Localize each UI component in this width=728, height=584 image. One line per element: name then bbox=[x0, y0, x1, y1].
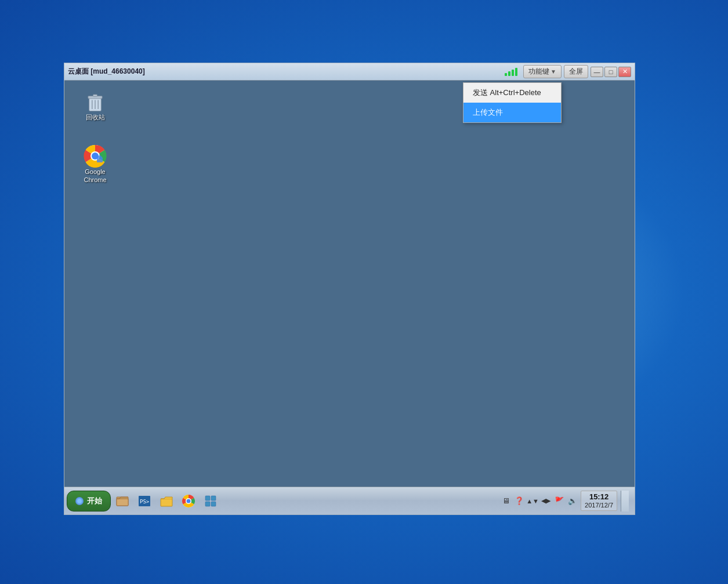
tray-icon-network[interactable]: ▲▼ bbox=[527, 495, 538, 507]
remote-desktop[interactable]: 回收站 GoogleChrome bbox=[64, 81, 635, 487]
recycle-bin-icon bbox=[84, 91, 106, 113]
recycle-bin-label: 回收站 bbox=[86, 113, 105, 121]
svg-rect-9 bbox=[97, 158, 103, 162]
desktop-icon-recycle-bin[interactable]: 回收站 bbox=[75, 91, 115, 121]
file-manager-icon bbox=[115, 494, 129, 508]
tray-icon-arrows[interactable]: ◀▶ bbox=[540, 495, 552, 507]
signal-bar-1 bbox=[505, 73, 507, 76]
taskbar-chrome-icon bbox=[182, 494, 195, 508]
close-button[interactable]: ✕ bbox=[618, 67, 631, 77]
svg-rect-20 bbox=[211, 496, 216, 500]
desktop-icon-chrome[interactable]: GoogleChrome bbox=[75, 144, 115, 184]
clock-area[interactable]: 15:12 2017/12/7 bbox=[581, 491, 617, 511]
taskbar-icon-chrome[interactable] bbox=[178, 491, 199, 512]
title-bar: 云桌面 [mud_46630040] 功能键 ▼ 发送 Alt+Ctrl+Del… bbox=[64, 63, 635, 81]
func-key-dropdown: 发送 Alt+Ctrl+Delete 上传文件 bbox=[463, 82, 562, 123]
taskbar: 开始 PS> bbox=[64, 487, 635, 514]
func-key-button[interactable]: 功能键 ▼ bbox=[523, 65, 562, 78]
menu-item-alt-ctrl-del[interactable]: 发送 Alt+Ctrl+Delete bbox=[463, 83, 561, 103]
chrome-label: GoogleChrome bbox=[84, 168, 106, 184]
signal-bar-4 bbox=[515, 68, 517, 76]
signal-bars bbox=[505, 68, 517, 76]
window-controls: — □ ✕ bbox=[591, 67, 631, 77]
window-title: 云桌面 [mud_46630040] bbox=[68, 67, 145, 77]
svg-rect-22 bbox=[211, 502, 216, 506]
svg-rect-21 bbox=[205, 502, 210, 506]
taskbar-icon-file-manager[interactable] bbox=[112, 491, 133, 512]
tray-icons-area: 🖥 ❓ ▲▼ ◀▶ 🚩 🔈 bbox=[500, 495, 578, 507]
dropdown-arrow-icon: ▼ bbox=[550, 68, 556, 75]
system-tray: 🖥 ❓ ▲▼ ◀▶ 🚩 🔈 15:12 2017/12/7 bbox=[497, 491, 632, 512]
svg-point-18 bbox=[187, 499, 191, 503]
title-bar-right: 功能键 ▼ 发送 Alt+Ctrl+Delete 上传文件 全屏 — □ ✕ bbox=[505, 65, 631, 78]
folder-icon bbox=[160, 494, 173, 508]
menu-item-upload-file[interactable]: 上传文件 bbox=[463, 103, 561, 122]
start-button[interactable]: 开始 bbox=[67, 491, 111, 512]
svg-text:PS>: PS> bbox=[140, 499, 150, 505]
tray-icon-speaker[interactable]: 🔈 bbox=[567, 495, 578, 507]
restore-button[interactable]: □ bbox=[604, 67, 617, 77]
signal-bar-3 bbox=[512, 70, 514, 76]
signal-bar-2 bbox=[508, 71, 510, 76]
powershell-icon: PS> bbox=[137, 494, 151, 508]
tray-icon-flag[interactable]: 🚩 bbox=[553, 495, 565, 507]
remote-desktop-window: 云桌面 [mud_46630040] 功能键 ▼ 发送 Alt+Ctrl+Del… bbox=[64, 63, 635, 515]
clock-date: 2017/12/7 bbox=[585, 502, 613, 509]
title-bar-left: 云桌面 [mud_46630040] bbox=[68, 67, 145, 77]
fullscreen-button[interactable]: 全屏 bbox=[564, 65, 588, 78]
start-orb-icon bbox=[75, 497, 84, 505]
svg-rect-19 bbox=[205, 496, 210, 500]
svg-rect-12 bbox=[117, 499, 128, 506]
func-key-container: 功能键 ▼ 发送 Alt+Ctrl+Delete 上传文件 bbox=[523, 65, 562, 78]
show-desktop-button[interactable] bbox=[621, 491, 629, 512]
taskbar-icon-powershell[interactable]: PS> bbox=[134, 491, 155, 512]
svg-rect-5 bbox=[93, 95, 97, 96]
minimize-button[interactable]: — bbox=[591, 67, 603, 77]
taskbar-icon-apps[interactable] bbox=[200, 491, 221, 512]
taskbar-icon-folder[interactable] bbox=[156, 491, 177, 512]
chrome-icon bbox=[84, 144, 107, 168]
clock-time: 15:12 bbox=[585, 492, 613, 502]
tray-icon-monitor[interactable]: 🖥 bbox=[500, 495, 512, 507]
tray-icon-help[interactable]: ❓ bbox=[513, 495, 525, 507]
svg-rect-15 bbox=[161, 499, 172, 506]
apps-grid-icon bbox=[204, 494, 218, 508]
